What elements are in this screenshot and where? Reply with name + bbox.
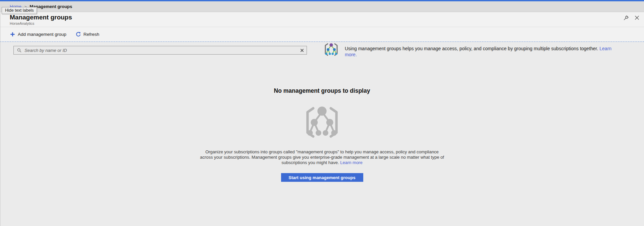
start-using-management-groups-button[interactable]: Start using management groups bbox=[281, 173, 363, 182]
add-management-group-button[interactable]: Add management group bbox=[10, 32, 66, 37]
refresh-icon bbox=[76, 32, 81, 37]
blade-left-edge bbox=[0, 12, 0, 226]
management-groups-icon bbox=[323, 43, 339, 57]
clear-search-icon[interactable] bbox=[300, 49, 304, 52]
info-text: Using management groups helps you manage… bbox=[345, 46, 598, 51]
blade-actions bbox=[623, 15, 640, 21]
plus-icon bbox=[10, 32, 15, 37]
breadcrumb: Home > Management groups bbox=[0, 1, 644, 12]
page-subtitle: HorseAnalytics bbox=[10, 21, 644, 25]
refresh-button[interactable]: Refresh bbox=[76, 32, 99, 37]
info-banner: Using management groups helps you manage… bbox=[323, 43, 625, 58]
add-management-group-label: Add management group bbox=[18, 32, 66, 37]
management-groups-empty-icon bbox=[303, 105, 341, 141]
hide-text-labels-tooltip: Hide text labels bbox=[2, 7, 37, 14]
blade-content: Using management groups helps you manage… bbox=[0, 42, 644, 226]
pin-icon[interactable] bbox=[623, 15, 629, 21]
close-icon[interactable] bbox=[634, 15, 640, 21]
search-box bbox=[13, 46, 307, 55]
search-input[interactable] bbox=[24, 48, 297, 53]
command-bar: Add management group Refresh bbox=[0, 27, 644, 42]
empty-state-description: Organize your subscriptions into groups … bbox=[200, 149, 444, 165]
search-icon bbox=[17, 48, 21, 53]
refresh-label: Refresh bbox=[84, 32, 99, 37]
page-title: Management groups bbox=[10, 14, 644, 21]
blade-header: Management groups HorseAnalytics bbox=[0, 12, 644, 27]
empty-state: No management groups to display bbox=[0, 87, 644, 182]
empty-state-heading: No management groups to display bbox=[274, 87, 370, 94]
empty-state-learn-more-link[interactable]: Learn more bbox=[340, 160, 362, 165]
management-groups-page: Home > Management groups Hide text label… bbox=[0, 0, 644, 226]
